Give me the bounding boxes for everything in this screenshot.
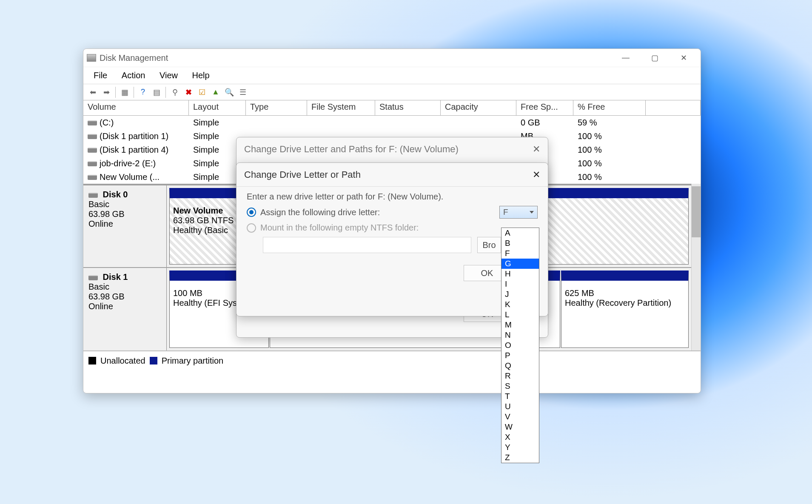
dialog-title: Change Drive Letter or Path [244, 169, 361, 180]
disk0-info[interactable]: Disk 0 Basic 63.98 GB Online [83, 185, 167, 267]
parent-dialog-close-icon[interactable]: ✕ [533, 144, 540, 155]
disk-size: 63.98 GB [88, 209, 125, 219]
drive-letter-option[interactable]: L [501, 310, 539, 320]
drive-letter-dropdown[interactable]: ABFGHIJKLMNOPQRSTUVWXYZ [501, 228, 539, 463]
drive-letter-option[interactable]: N [501, 330, 539, 340]
col-filesystem[interactable]: File System [307, 100, 375, 115]
scrollbar-thumb[interactable] [692, 186, 701, 237]
disk-type: Basic [88, 199, 109, 209]
dialog-titlebar[interactable]: Change Drive Letter or Path ✕ [236, 163, 548, 187]
col-status[interactable]: Status [375, 100, 441, 115]
menubar: File Action View Help [83, 67, 701, 84]
parent-dialog-titlebar[interactable]: Change Drive Letter and Paths for F: (Ne… [236, 137, 548, 161]
drive-letter-option[interactable]: H [501, 269, 539, 279]
column-headers[interactable]: Volume Layout Type File System Status Ca… [83, 100, 701, 116]
col-volume[interactable]: Volume [83, 100, 189, 115]
list-icon[interactable]: ▦ [119, 86, 131, 98]
volume-icon [88, 120, 97, 125]
search-icon[interactable]: ⚲ [169, 86, 181, 98]
drive-letter-option[interactable]: K [501, 299, 539, 310]
drive-letter-option[interactable]: I [501, 279, 539, 289]
mount-folder-option[interactable]: Mount in the following empty NTFS folder… [247, 223, 538, 233]
col-layout[interactable]: Layout [189, 100, 246, 115]
menu-view[interactable]: View [154, 68, 184, 83]
drive-letter-combo[interactable]: F [499, 206, 538, 219]
volume-icon [88, 148, 97, 153]
drive-letter-option[interactable]: P [501, 350, 539, 361]
drive-letter-option[interactable]: W [501, 422, 539, 432]
radio-mount-icon[interactable] [247, 223, 256, 233]
volume-name: (C:) [100, 118, 114, 127]
mount-folder-label: Mount in the following empty NTFS folder… [260, 223, 419, 233]
disk-status: Online [88, 219, 113, 228]
volume-icon [88, 161, 97, 166]
up-icon[interactable]: ▲ [210, 86, 222, 98]
disk-status: Online [88, 302, 113, 311]
menu-action[interactable]: Action [116, 68, 151, 83]
drive-letter-option[interactable]: U [501, 401, 539, 412]
primary-swatch [150, 357, 157, 364]
minimize-button[interactable]: — [617, 53, 634, 63]
check-icon[interactable]: ☑ [196, 86, 208, 98]
drive-letter-option[interactable]: B [501, 238, 539, 248]
assign-letter-label: Assign the following drive letter: [260, 208, 380, 217]
drive-letter-option[interactable]: Y [501, 442, 539, 453]
delete-icon[interactable]: ✖ [182, 86, 194, 98]
menu-file[interactable]: File [88, 68, 113, 83]
col-pctfree[interactable]: % Free [573, 100, 646, 115]
unallocated-swatch [88, 357, 96, 364]
combo-value: F [503, 208, 508, 217]
drive-letter-option[interactable]: R [501, 371, 539, 381]
volume-icon [88, 175, 97, 180]
drive-letter-option[interactable]: Z [501, 453, 539, 463]
parent-dialog-title: Change Drive Letter and Paths for F: (Ne… [244, 144, 459, 155]
back-icon[interactable]: ⬅ [87, 86, 99, 98]
window-title: Disk Management [100, 53, 168, 63]
drive-letter-option[interactable]: A [501, 228, 539, 238]
volume-pct: 100 % [573, 172, 646, 182]
partition-health: Healthy (Recovery Partition) [565, 298, 685, 308]
maximize-button[interactable]: ▢ [646, 53, 663, 63]
legend-primary: Primary partition [162, 356, 224, 366]
col-type[interactable]: Type [246, 100, 307, 115]
dialog-close-icon[interactable]: ✕ [533, 169, 540, 180]
drive-letter-option[interactable]: G [501, 259, 539, 269]
radio-assign-icon[interactable] [247, 208, 256, 217]
disk1-info[interactable]: Disk 1 Basic 63.98 GB Online [83, 268, 167, 350]
volume-name: job-drive-2 (E:) [100, 159, 156, 168]
volume-free: 0 GB [516, 118, 573, 128]
find-icon[interactable]: 🔍 [223, 86, 235, 98]
partition-recovery[interactable]: 625 MB Healthy (Recovery Partition) [561, 271, 689, 348]
toolbar: ⬅ ➡ ▦ ? ▤ ⚲ ✖ ☑ ▲ 🔍 ☰ [83, 84, 701, 100]
tasks-icon[interactable]: ☰ [237, 86, 249, 98]
assign-letter-option[interactable]: Assign the following drive letter: F [247, 206, 538, 219]
drive-letter-option[interactable]: F [501, 248, 539, 259]
properties-icon[interactable]: ▤ [151, 86, 162, 98]
drive-letter-option[interactable]: S [501, 381, 539, 391]
drive-letter-option[interactable]: M [501, 320, 539, 330]
legend: Unallocated Primary partition [83, 350, 701, 370]
col-spacer [646, 100, 701, 115]
volume-icon [88, 134, 97, 139]
volume-pct: 59 % [573, 118, 646, 128]
drive-letter-option[interactable]: O [501, 340, 539, 350]
forward-icon[interactable]: ➡ [100, 86, 112, 98]
dialog-prompt: Enter a new drive letter or path for F: … [247, 192, 538, 202]
drive-letter-option[interactable]: J [501, 289, 539, 299]
menu-help[interactable]: Help [186, 68, 216, 83]
disk-scrollbar[interactable] [691, 184, 701, 350]
drive-letter-option[interactable]: T [501, 391, 539, 401]
table-row[interactable]: (C:) Simple 0 GB 59 % [83, 116, 701, 129]
close-button[interactable]: ✕ [675, 53, 692, 63]
col-capacity[interactable]: Capacity [441, 100, 516, 115]
col-free[interactable]: Free Sp... [516, 100, 573, 115]
drive-letter-option[interactable]: V [501, 412, 539, 422]
volume-pct: 100 % [573, 131, 646, 141]
mount-path-input[interactable] [263, 237, 471, 253]
help-icon[interactable]: ? [137, 86, 149, 98]
app-icon [87, 54, 96, 62]
titlebar[interactable]: Disk Management — ▢ ✕ [83, 49, 701, 67]
browse-button[interactable]: Bro [477, 237, 501, 253]
drive-letter-option[interactable]: Q [501, 361, 539, 371]
drive-letter-option[interactable]: X [501, 432, 539, 442]
